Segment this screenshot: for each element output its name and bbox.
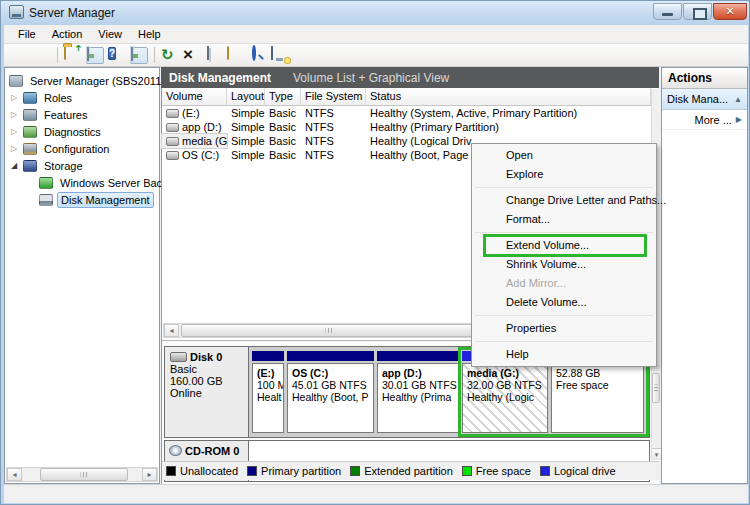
backup-icon [39,177,53,189]
tree-item-roles[interactable]: ▷ Roles [11,89,75,106]
chevron-expanded-icon[interactable]: ◢ [11,161,21,170]
menu-help[interactable]: Help [130,26,169,42]
back-icon[interactable] [11,47,29,64]
menu-view[interactable]: View [90,26,130,42]
configuration-icon [23,143,37,155]
tree-item-disk-management[interactable]: Disk Management [39,191,154,208]
disk0-label[interactable]: Disk 0 Basic 160.00 GB Online [165,347,249,437]
partition-size: 52.88 GB [556,367,639,379]
delete-glyph: × [183,45,193,64]
console-window-glyph [87,47,89,61]
scroll-left-arrow-icon[interactable]: ◂ [7,468,22,481]
chevron-collapsed-icon[interactable]: ▷ [11,127,21,136]
column-header-status[interactable]: Status [366,88,651,106]
chevron-collapsed-icon[interactable]: ▷ [11,93,21,102]
tree-item-server-manager[interactable]: Server Manager (SBS2011) [9,72,168,89]
actions-panel: Actions Disk Mana... ▲ More ... ▶ [661,67,748,484]
column-header-type[interactable]: Type [265,88,301,106]
chevron-collapsed-icon[interactable]: ▷ [11,110,21,119]
volume-table-header: Volume Layout Type File System Status C [162,88,651,106]
volume-name: OS (C:) [182,149,219,161]
partition-name: media (G:) [467,367,543,379]
tree-item-features[interactable]: ▷ Features [11,106,90,123]
menu-item-format[interactable]: Format... [472,210,656,229]
menu-item-help[interactable]: Help [472,345,656,364]
actions-more-item[interactable]: More ... ▶ [662,110,747,130]
folder-up-glyph [64,46,66,60]
column-header-layout[interactable]: Layout [227,88,265,106]
scrollbar-track[interactable] [22,468,142,481]
partition-size: 45.01 GB NTFS [292,379,369,391]
maximize-button[interactable] [683,3,712,20]
table-row-volume-e[interactable]: (E:) Simple Basic NTFS Healthy (System, … [162,106,651,120]
drive-icon [166,123,179,132]
volume-file-system: NTFS [301,134,366,148]
partition-size: 32.00 GB NTFS [467,379,543,391]
legend-item-extended-partition: Extended partition [350,465,453,477]
tree-item-windows-server-backup[interactable]: Windows Server Bac [39,174,165,191]
close-button[interactable] [713,3,747,20]
tree-label: Configuration [41,142,112,156]
help-icon[interactable]: ? [108,47,126,64]
partition-name: OS (C:) [292,367,369,379]
menu-action[interactable]: Action [44,26,91,42]
folder-up-icon[interactable] [64,47,82,64]
delete-icon[interactable]: × [183,47,201,64]
menu-item-open[interactable]: Open [472,146,656,165]
minimize-button[interactable] [653,3,682,20]
menu-file[interactable]: File [10,26,44,42]
legend-swatch [540,466,550,476]
legend-swatch [462,466,472,476]
partition-block-e[interactable]: (E:) 100 M Healt [252,351,284,433]
refresh-icon[interactable]: ↻ [161,47,179,64]
new-window-icon[interactable] [130,47,148,64]
toolbar-separator [57,47,58,63]
volume-name: app (D:) [182,121,222,133]
forward-icon[interactable] [33,47,51,64]
computer-settings-icon[interactable] [271,47,289,64]
volume-type: Basic [265,148,301,162]
menu-item-properties[interactable]: Properties [472,319,656,338]
volume-layout: Simple [227,106,265,120]
collapse-arrow-icon[interactable]: ▲ [734,95,742,104]
partition-block-os-c[interactable]: OS (C:) 45.01 GB NTFS Healthy (Boot, P [287,351,374,433]
open-folder-icon[interactable] [227,47,245,64]
scroll-left-arrow-icon[interactable]: ◂ [164,324,179,337]
tree-item-diagnostics[interactable]: ▷ Diagnostics [11,123,104,140]
scrollbar-thumb[interactable] [181,324,476,337]
properties-icon[interactable] [205,47,223,64]
tree-item-storage[interactable]: ◢ Storage [11,157,86,174]
search-glyph [252,45,256,61]
table-row-volume-app-d[interactable]: app (D:) Simple Basic NTFS Healthy (Prim… [162,120,651,134]
app-icon [9,5,24,19]
scroll-right-arrow-icon[interactable]: ▸ [142,468,157,481]
search-icon[interactable] [249,47,267,64]
volume-name: (E:) [182,107,200,119]
storage-icon [23,160,37,172]
volume-status: Healthy (System, Active, Primary Partiti… [366,106,651,120]
console-window-icon[interactable] [86,47,104,64]
scrollbar-thumb[interactable] [40,468,128,481]
cdrom-icon [169,445,182,456]
column-header-volume[interactable]: Volume [162,88,227,106]
toolbar-separator [154,47,155,63]
drive-icon [166,137,179,146]
scroll-down-arrow-icon[interactable]: ▾ [652,448,661,460]
scrollbar-thumb[interactable] [652,373,660,403]
menu-item-shrink-volume[interactable]: Shrink Volume... [472,255,656,274]
disk-status: Online [170,387,243,399]
partition-legend: Unallocated Primary partition Extended p… [161,461,659,480]
menu-item-change-drive-letter[interactable]: Change Drive Letter and Paths... [472,191,656,210]
volume-type: Basic [265,106,301,120]
panel-header: Disk Management Volume List + Graphical … [161,67,659,88]
menu-item-extend-volume[interactable]: Extend Volume... [472,236,656,255]
column-header-file-system[interactable]: File System [301,88,366,106]
actions-group-disk-management[interactable]: Disk Mana... ▲ [662,89,747,110]
volume-file-system: NTFS [301,148,366,162]
menu-item-delete-volume[interactable]: Delete Volume... [472,293,656,312]
partition-block-app-d[interactable]: app (D:) 30.01 GB NTFS Healthy (Prima [377,351,459,433]
tree-item-configuration[interactable]: ▷ Configuration [11,140,112,157]
menu-item-explore[interactable]: Explore [472,165,656,184]
menu-separator [475,341,653,342]
chevron-collapsed-icon[interactable]: ▷ [11,144,21,153]
